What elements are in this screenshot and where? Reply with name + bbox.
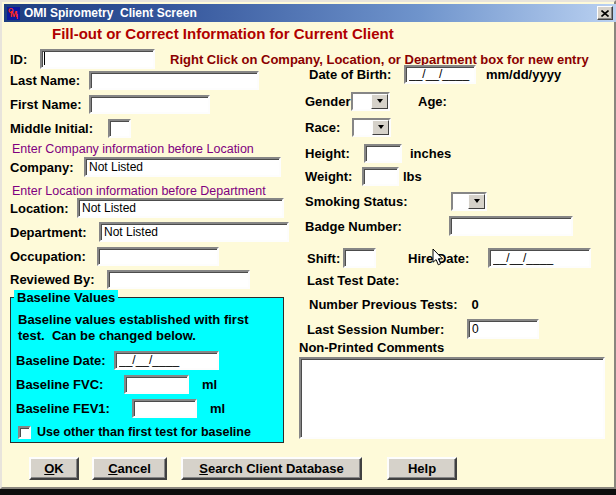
- mouse-cursor-icon: [432, 249, 444, 267]
- close-button[interactable]: [597, 6, 613, 20]
- help-button[interactable]: Help: [387, 457, 457, 480]
- title-bar[interactable]: O M I OMI Spirometry Client Screen: [4, 4, 616, 22]
- reviewed-by-label: Reviewed By:: [10, 272, 103, 287]
- first-name-label: First Name:: [10, 97, 85, 112]
- ok-button-label: O: [44, 461, 54, 476]
- search-button-label: earch Client Database: [208, 461, 344, 476]
- baseline-fvc-input[interactable]: [124, 375, 189, 394]
- race-dropdown[interactable]: [352, 118, 391, 137]
- occupation-input[interactable]: [97, 247, 219, 266]
- cancel-button-label: ancel: [118, 461, 151, 476]
- badge-number-label: Badge Number:: [305, 219, 445, 234]
- search-button-label: S: [199, 461, 208, 476]
- search-client-database-button[interactable]: Search Client Database: [181, 457, 362, 480]
- baseline-date-input[interactable]: [114, 351, 219, 370]
- department-label: Department:: [10, 225, 95, 240]
- last-name-label: Last Name:: [10, 73, 85, 88]
- baseline-fvc-label: Baseline FVC:: [16, 377, 120, 392]
- weight-unit: lbs: [403, 169, 422, 184]
- app-icon-letter: I: [16, 13, 18, 20]
- last-name-input[interactable]: [89, 71, 259, 90]
- last-session-number-label: Last Session Number:: [307, 322, 463, 337]
- gender-dropdown-value[interactable]: [353, 94, 371, 109]
- baseline-description-line1: Baseline values established with first: [18, 312, 248, 327]
- height-label: Height:: [305, 146, 360, 161]
- height-unit: inches: [410, 146, 451, 161]
- race-dropdown-button[interactable]: [372, 120, 389, 135]
- hire-date-input[interactable]: [488, 248, 591, 268]
- baseline-description-line2: test. Can be changed below.: [18, 328, 196, 343]
- smoking-status-label: Smoking Status:: [305, 194, 447, 209]
- baseline-other-test-checkbox[interactable]: [18, 426, 31, 439]
- weight-label: Weight:: [305, 169, 358, 184]
- smoking-status-dropdown-value[interactable]: [453, 194, 468, 209]
- last-session-number-input[interactable]: [467, 319, 539, 339]
- non-printed-comments-label: Non-Printed Comments: [299, 340, 444, 355]
- text-caret: [44, 52, 45, 65]
- cancel-button[interactable]: Cancel: [92, 457, 167, 480]
- id-label: ID:: [10, 52, 36, 67]
- baseline-fev1-unit: ml: [210, 401, 225, 416]
- gender-dropdown-button[interactable]: [371, 94, 388, 109]
- help-button-label: Help: [408, 461, 436, 476]
- down-arrow-icon: [474, 199, 480, 203]
- gender-dropdown[interactable]: [351, 92, 390, 111]
- baseline-values-title: Baseline Values: [14, 290, 118, 305]
- first-name-input[interactable]: [89, 95, 210, 114]
- reviewed-by-input[interactable]: [107, 270, 250, 289]
- last-test-date-label: Last Test Date:: [307, 273, 399, 288]
- age-label: Age:: [418, 94, 447, 109]
- app-icon: O M I: [7, 7, 20, 20]
- shift-label: Shift:: [307, 251, 339, 266]
- gender-label: Gender:: [305, 94, 347, 109]
- baseline-fvc-unit: ml: [202, 377, 217, 392]
- cancel-button-label: C: [108, 461, 117, 476]
- hire-date-label: Hire Date:: [408, 251, 484, 266]
- location-hint: Enter Location information before Depart…: [12, 184, 266, 198]
- id-input[interactable]: [40, 49, 155, 69]
- desktop-edge: [0, 489, 616, 495]
- middle-initial-input[interactable]: [108, 119, 131, 138]
- down-arrow-icon: [378, 125, 384, 129]
- height-input[interactable]: [364, 144, 402, 163]
- ok-button[interactable]: OK: [29, 457, 79, 480]
- page-title: Fill-out or Correct Information for Curr…: [52, 25, 394, 42]
- weight-input[interactable]: [362, 167, 399, 186]
- location-input[interactable]: [77, 198, 284, 218]
- number-previous-tests-label: Number Previous Tests:: [309, 297, 458, 312]
- close-icon: [601, 10, 609, 17]
- occupation-label: Occupation:: [10, 249, 93, 264]
- smoking-status-dropdown[interactable]: [451, 192, 487, 211]
- department-input[interactable]: [99, 222, 289, 242]
- ok-button-label: K: [54, 461, 63, 476]
- baseline-date-label: Baseline Date:: [16, 353, 110, 368]
- baseline-checkbox-label: Use other than first test for baseline: [37, 425, 251, 439]
- baseline-fev1-label: Baseline FEV1:: [16, 401, 128, 416]
- non-printed-comments-input[interactable]: [299, 357, 605, 439]
- client-screen-window: O M I OMI Spirometry Client Screen Fill-…: [0, 0, 616, 495]
- badge-number-input[interactable]: [449, 216, 573, 236]
- middle-initial-label: Middle Initial:: [10, 121, 104, 136]
- race-dropdown-value[interactable]: [354, 120, 372, 135]
- number-previous-tests-value: 0: [472, 297, 479, 312]
- dialog-frame: O M I OMI Spirometry Client Screen Fill-…: [0, 0, 616, 489]
- down-arrow-icon: [377, 99, 383, 103]
- date-format-hint: mm/dd/yyyy: [486, 67, 561, 82]
- date-of-birth-label: Date of Birth:: [309, 67, 400, 82]
- company-hint: Enter Company information before Locatio…: [12, 142, 254, 156]
- company-input[interactable]: [84, 157, 281, 177]
- race-label: Race:: [305, 120, 348, 135]
- baseline-fev1-input[interactable]: [132, 399, 197, 418]
- window-title: OMI Spirometry Client Screen: [24, 6, 197, 20]
- company-label: Company:: [10, 160, 80, 175]
- location-label: Location:: [10, 201, 73, 216]
- date-of-birth-input[interactable]: [404, 65, 476, 84]
- smoking-status-dropdown-button[interactable]: [468, 194, 485, 209]
- shift-input[interactable]: [343, 248, 376, 268]
